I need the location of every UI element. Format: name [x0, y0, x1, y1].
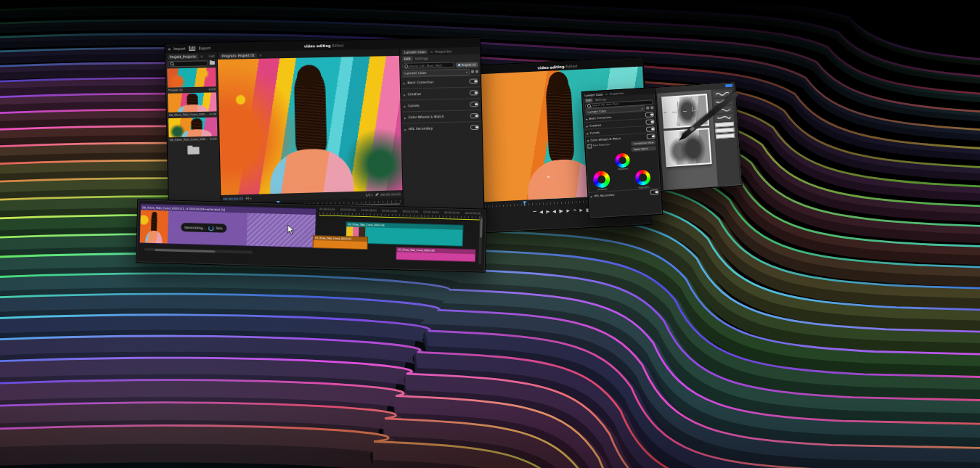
video-editor-window: ⌂ Import Edit Export video editing Edite…	[164, 37, 485, 229]
shadows-wheel[interactable]	[592, 171, 610, 188]
clip-name: 02_Shes_Tobi_Cand_0000.08	[396, 247, 475, 254]
tab-properties[interactable]: Properties	[610, 91, 624, 95]
busy-cursor-icon	[287, 224, 295, 235]
subtab-edit[interactable]: Edit	[584, 98, 593, 103]
effects-search-input[interactable]: Search (All, Most, Rest)	[402, 62, 454, 68]
chevron-down-icon: ▾	[371, 193, 372, 197]
bin-folder-icon[interactable]	[187, 147, 199, 154]
ruler-tick: 00:00:18:00	[465, 212, 481, 219]
clip-name: 06_Shes_Tobi_Cand_0000.04	[170, 137, 209, 141]
clip-thumbnail	[168, 118, 218, 138]
transport-button[interactable]	[579, 208, 583, 212]
color-swatch[interactable]	[715, 122, 734, 128]
window-title-status: Edited	[332, 43, 343, 47]
tab-project[interactable]: Projekt_Projects	[168, 54, 198, 59]
generative-extend-region	[247, 213, 316, 248]
transport-button[interactable]	[559, 209, 563, 213]
ruler-tick: 00:00:06:00	[340, 208, 356, 215]
wheel-label: Midtones	[612, 167, 634, 171]
toggle-switch[interactable]	[469, 78, 478, 83]
project-item[interactable]: 06_Shes_Tobi_Cand_0030.04 0:16	[168, 92, 217, 117]
close-icon[interactable]: ×	[200, 54, 203, 58]
playhead[interactable]	[524, 202, 525, 206]
tab-lumetri-color[interactable]: Lumetri Color	[402, 49, 428, 55]
wheel-label: Shadows	[592, 187, 613, 192]
resolution-dropdown[interactable]: 1/2 ▾	[365, 193, 372, 197]
close-icon[interactable]: ×	[605, 92, 608, 96]
transport-button[interactable]	[546, 210, 550, 213]
folder-icon[interactable]	[210, 61, 215, 65]
color-swatch[interactable]	[715, 128, 734, 134]
accent-button[interactable]	[725, 84, 732, 88]
toggle-switch[interactable]	[650, 189, 658, 195]
transport-button[interactable]	[533, 210, 536, 214]
floating-lumetri-panel: Lumetri Color × Properties Edit Settings…	[581, 87, 663, 219]
video-frame	[140, 210, 168, 243]
generating-progress: 70%	[216, 226, 223, 230]
search-input[interactable]	[168, 60, 208, 67]
ruler-tick: 00:00:10:00	[382, 210, 398, 217]
figure-sweater	[269, 149, 354, 195]
fit-dropdown[interactable]: Fit ▾	[245, 196, 251, 200]
settings-wrench-icon[interactable]	[375, 193, 378, 197]
subtab-settings[interactable]: Settings	[415, 57, 428, 60]
highlights-wheel[interactable]	[634, 170, 650, 186]
section-hsl-secondary[interactable]: ▸ HSL Secondary	[401, 121, 482, 135]
selected-clip-button[interactable]: Projekt 01	[456, 62, 478, 67]
subtab-settings[interactable]: Settings	[595, 97, 607, 102]
ruler-tick: 00:00:08:00	[361, 209, 377, 216]
tab-program[interactable]: Program: Projekt 01	[220, 52, 257, 58]
panel-icon[interactable]	[475, 70, 478, 73]
generating-label: Generating...	[184, 226, 206, 230]
brush-preset[interactable]	[714, 114, 734, 122]
brush-preset[interactable]	[713, 90, 732, 98]
panel-icon[interactable]	[471, 70, 474, 73]
brush-preset[interactable]	[714, 106, 733, 114]
search-icon	[404, 64, 408, 67]
color-swatch[interactable]	[716, 134, 735, 139]
comparison-view-button[interactable]: Comparison View	[631, 140, 656, 146]
storyboard-frame[interactable]	[661, 94, 709, 128]
toggle-switch[interactable]	[470, 125, 479, 130]
search-placeholder: Search (All, Most, Rest)	[409, 63, 443, 67]
program-monitor: Program: Projekt 01 × 00;00;04;05 Fit ▾	[218, 49, 404, 226]
close-icon[interactable]: ×	[430, 50, 433, 54]
tab-properties[interactable]: Properties	[435, 49, 452, 53]
view-toggle-list[interactable]: List	[209, 54, 215, 58]
generating-clip[interactable]: 06_Shes_Tobi_Cand_0020.01_-0120328.09+ex…	[139, 203, 317, 247]
ruler-tick: 00:00:16:00	[444, 211, 460, 218]
transport-button[interactable]	[552, 210, 556, 213]
ruler-tick: 00:00:12:00	[402, 210, 418, 217]
timeline-clip-video1[interactable]: 03_Shes_Tobi_Cand_0000.03	[313, 235, 368, 250]
toggle-switch[interactable]	[645, 119, 654, 125]
toggle-switch[interactable]	[646, 126, 655, 132]
toggle-switch[interactable]	[646, 134, 655, 139]
project-item[interactable]: 06_Shes_Tobi_Cand_0000.04 0:20	[168, 118, 218, 142]
project-search-row	[166, 59, 217, 67]
tab-lumetri-color[interactable]: Lumetri Color	[584, 92, 603, 97]
timeline-clip-audio1[interactable]: 02_Shes_Tobi_Cand_0000.08	[396, 247, 475, 262]
timeline-horizontal-scrollbar[interactable]	[144, 248, 253, 254]
panel-icon[interactable]	[650, 106, 653, 109]
toggle-switch[interactable]	[470, 113, 479, 118]
clip-name: 06_Shes_Tobi_Cand_0030.04	[169, 112, 208, 117]
midtones-wheel[interactable]	[615, 152, 630, 168]
toggle-switch[interactable]	[470, 102, 478, 107]
subtab-edit[interactable]: Edit	[402, 57, 413, 62]
face-detection-checkbox[interactable]	[587, 144, 592, 149]
transport-button[interactable]	[539, 210, 543, 214]
chevron-right-icon: ▸	[404, 127, 407, 131]
toggle-switch[interactable]	[470, 90, 478, 95]
project-item[interactable]: Projekt 01 0:24	[167, 67, 216, 92]
storyboard-frame[interactable]	[663, 128, 711, 167]
close-icon[interactable]: ×	[259, 53, 262, 57]
chevron-right-icon: ▸	[587, 131, 589, 135]
chevron-right-icon: ▸	[586, 123, 588, 128]
brush-preset[interactable]	[713, 98, 732, 106]
toggle-switch[interactable]	[645, 112, 654, 118]
panel-icon[interactable]	[646, 107, 649, 110]
transport-button[interactable]	[566, 209, 570, 213]
timeline-vertical-scrollbar[interactable]	[478, 215, 483, 264]
canvas-area[interactable]	[657, 90, 718, 190]
transport-button[interactable]	[573, 209, 576, 213]
